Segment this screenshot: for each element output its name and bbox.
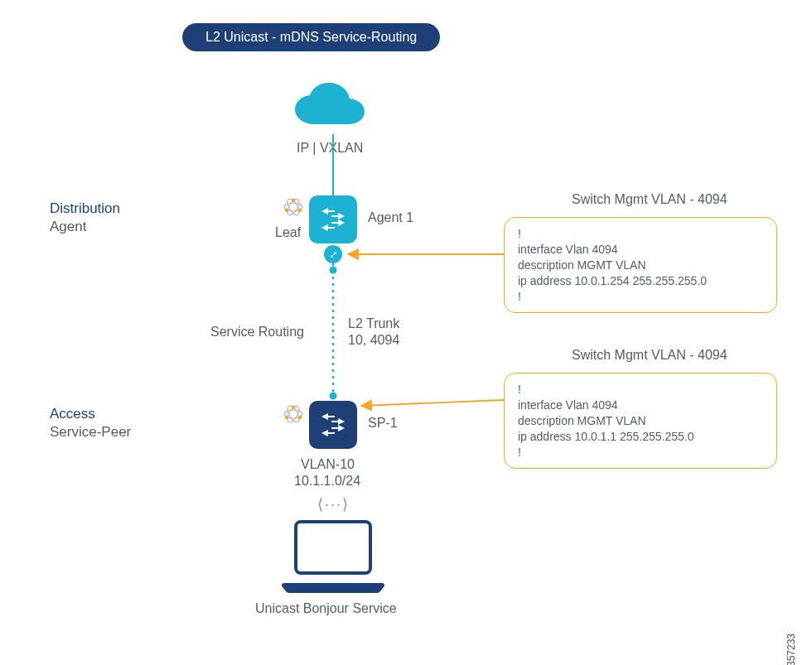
leaf-label: Leaf [275,225,301,240]
bidirectional-arrow-icon: ⟨···⟩ [317,495,350,513]
callout2-line5: ! [518,445,763,460]
svg-point-15 [330,267,337,274]
switch-sp1-icon [309,401,357,449]
connectors-layer [0,0,812,665]
laptop-label: Unicast Bonjour Service [255,601,397,616]
l2trunk-label-1: L2 Trunk [348,316,399,331]
access-role: Service-Peer [50,424,131,441]
atom-icon [282,402,305,426]
cloud-label: IP | VXLAN [297,141,363,156]
image-id: 357233 [785,634,797,665]
agent1-label: Agent 1 [368,210,413,225]
sp1-label: SP-1 [368,416,398,431]
callout1-line3: description MGMT VLAN [518,258,763,273]
svg-point-10 [298,416,302,419]
distribution-role: Agent [50,219,86,235]
callout1-line2: interface Vlan 4094 [518,242,763,258]
vlan-label-2: 10.1.1.0/24 [294,474,360,489]
callout2-heading: Switch Mgmt VLAN - 4094 [572,348,727,363]
callout1-heading: Switch Mgmt VLAN - 4094 [572,192,727,207]
svg-point-16 [330,393,337,400]
svg-point-5 [285,209,288,212]
callout2-box: ! interface Vlan 4094 description MGMT V… [504,373,777,469]
svg-point-4 [298,209,302,212]
callout2-line4: ip address 10.0.1.1 255.255.255.0 [518,429,763,445]
svg-point-3 [292,199,295,202]
switch-agent1-icon [309,195,357,243]
distribution-heading: Distribution [50,200,120,217]
svg-point-11 [285,416,288,419]
atom-icon [282,195,305,219]
diagram-canvas: L2 Unicast - mDNS Service-Routing IP | V… [0,0,812,665]
vlan-label-1: VLAN-10 [301,457,355,472]
l2trunk-label-2: 10, 4094 [348,333,399,348]
access-heading: Access [50,406,95,422]
laptop-icon [278,517,389,595]
callout1-line1: ! [518,226,763,242]
service-routing-label: Service Routing [210,325,304,340]
svg-rect-12 [296,522,370,573]
expand-port-icon: ⤢ [324,245,342,263]
callout2-line1: ! [518,382,763,398]
callout2-line2: interface Vlan 4094 [518,398,763,413]
callout1-line4: ip address 10.0.1.254 255.255.255.0 [518,273,763,289]
callout1-line5: ! [518,289,763,305]
svg-point-9 [292,406,295,409]
title-pill: L2 Unicast - mDNS Service-Routing [182,23,440,51]
cloud-icon [285,83,384,134]
svg-line-18 [361,400,504,406]
callout1-box: ! interface Vlan 4094 description MGMT V… [504,217,777,313]
callout2-line3: description MGMT VLAN [518,413,763,429]
